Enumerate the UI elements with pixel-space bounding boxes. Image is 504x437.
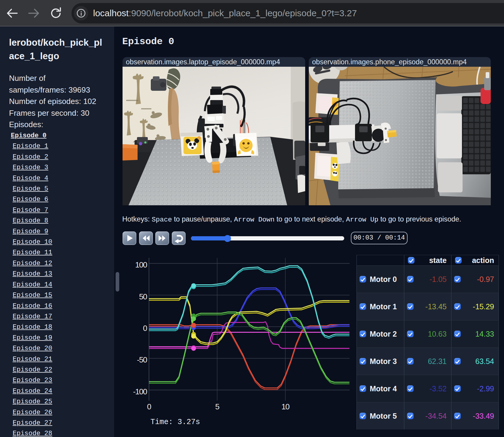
svg-text:100: 100 bbox=[135, 260, 147, 269]
svg-text:50: 50 bbox=[139, 292, 147, 301]
svg-text:5: 5 bbox=[215, 402, 220, 411]
svg-text:-100: -100 bbox=[133, 387, 147, 396]
svg-text:0: 0 bbox=[143, 324, 147, 333]
svg-text:0: 0 bbox=[147, 402, 151, 411]
svg-text:10: 10 bbox=[281, 402, 290, 411]
svg-text:-50: -50 bbox=[137, 355, 147, 364]
